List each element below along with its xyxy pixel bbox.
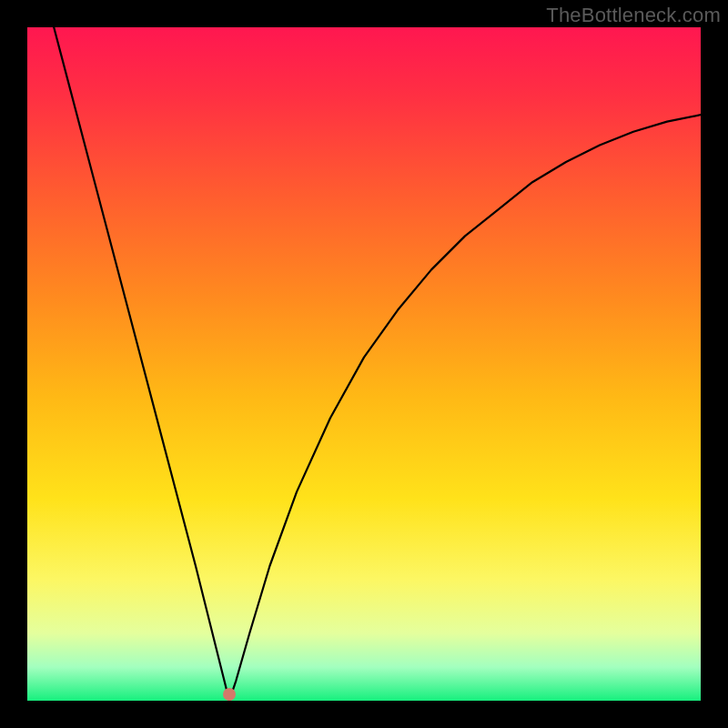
- watermark-label: TheBottleneck.com: [546, 4, 721, 27]
- optimal-point-marker: [223, 688, 236, 701]
- chart-stage: TheBottleneck.com: [0, 0, 728, 728]
- plot-area: [27, 27, 701, 701]
- bottleneck-curve: [27, 27, 701, 701]
